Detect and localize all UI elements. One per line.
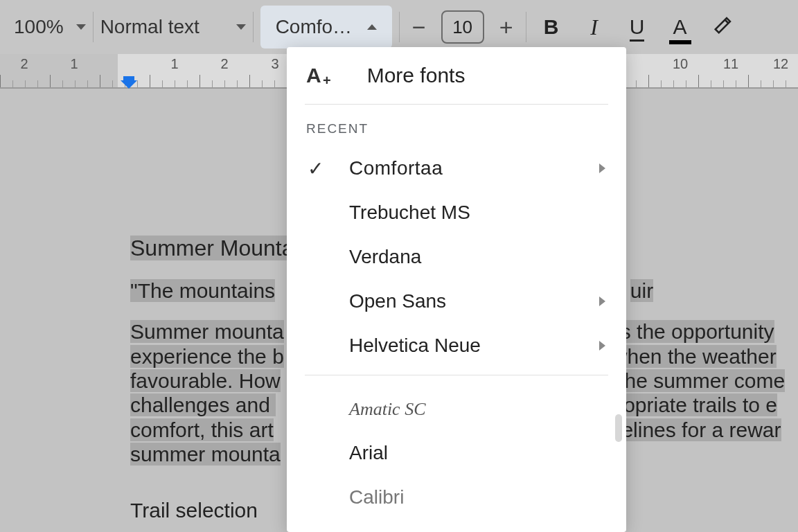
- font-option-amatic-sc[interactable]: Amatic SC: [287, 388, 626, 431]
- font-name-label: Open Sans: [349, 290, 446, 312]
- text-selection: Summer mounta: [130, 320, 284, 343]
- text-selection: summer mounta: [130, 443, 281, 466]
- italic-button[interactable]: I: [576, 15, 612, 40]
- ruler-number: 1: [70, 56, 78, 72]
- font-option-comfortaa[interactable]: ✓Comfortaa: [287, 146, 626, 190]
- font-selector[interactable]: Comfo…: [260, 6, 392, 48]
- text-selection: challenges and: [130, 393, 276, 416]
- font-name-label: Trebuchet MS: [349, 202, 470, 224]
- font-option-helvetica-neue[interactable]: Helvetica Neue: [287, 323, 626, 368]
- divider: [305, 375, 608, 375]
- chevron-right-icon: [599, 296, 605, 306]
- scrollbar-thumb[interactable]: [615, 414, 622, 442]
- text-selection: when the weather: [612, 345, 777, 368]
- add-font-icon: A+: [306, 64, 321, 87]
- decrease-font-size-button[interactable]: −: [407, 14, 432, 41]
- font-name-label: Amatic SC: [349, 399, 426, 420]
- recent-section-label: RECENT: [287, 105, 626, 146]
- text-selection: s the opportunity: [621, 320, 774, 343]
- text-selection: the summer come: [613, 369, 785, 392]
- font-name-label: Arial: [349, 442, 388, 464]
- ruler-number: 2: [220, 56, 228, 72]
- font-name-label: Calibri: [349, 486, 404, 508]
- chevron-right-icon: [599, 341, 605, 351]
- text-selection: uir: [630, 279, 653, 302]
- heading-text: Trail selection: [130, 499, 258, 522]
- left-indent-marker[interactable]: [121, 80, 137, 89]
- text-selection: ropriate trails to e: [617, 393, 777, 416]
- check-icon: ✓: [308, 157, 323, 180]
- bold-button[interactable]: B: [533, 15, 569, 39]
- underline-button[interactable]: U: [619, 15, 655, 39]
- font-option-open-sans[interactable]: Open Sans: [287, 279, 626, 323]
- font-size-input[interactable]: 10: [441, 10, 484, 44]
- font-option-calibri[interactable]: Calibri: [287, 475, 626, 520]
- more-fonts-label: More fonts: [367, 64, 466, 87]
- chevron-down-icon: [236, 24, 246, 30]
- ruler-number: 10: [673, 56, 688, 72]
- ruler-number: 1: [170, 56, 178, 72]
- text-selection: comfort, this art: [130, 418, 274, 441]
- toolbar: 100% Normal text Comfo… − 10 + B I U A: [0, 0, 798, 54]
- highlight-color-button[interactable]: [705, 15, 741, 40]
- ruler-number: 11: [723, 56, 738, 72]
- text-selection: delines for a rewar: [610, 418, 781, 441]
- text-selection: experience the b: [130, 345, 284, 368]
- text-selection: Summer Mounta: [130, 236, 294, 260]
- formatting-group: B I U A: [526, 0, 748, 54]
- font-option-verdana[interactable]: Verdana: [287, 235, 626, 279]
- font-name-label: Verdana: [349, 246, 421, 268]
- font-name-label: Helvetica Neue: [349, 335, 481, 357]
- increase-font-size-button[interactable]: +: [494, 14, 519, 41]
- style-value: Normal text: [100, 16, 200, 38]
- font-option-arial[interactable]: Arial: [287, 431, 626, 475]
- font-name-label: Comfortaa: [349, 157, 443, 179]
- chevron-up-icon: [367, 24, 377, 30]
- font-size-group: − 10 +: [400, 0, 526, 54]
- chevron-down-icon: [76, 24, 86, 30]
- font-selector-group: Comfo…: [254, 0, 399, 54]
- more-fonts-item[interactable]: A+ More fonts: [287, 47, 626, 104]
- font-value: Comfo…: [276, 16, 352, 38]
- font-option-trebuchet-ms[interactable]: Trebuchet MS: [287, 190, 626, 235]
- ruler-number: 3: [271, 56, 278, 72]
- ruler-number: 2: [20, 56, 28, 72]
- chevron-right-icon: [599, 163, 605, 173]
- zoom-selector[interactable]: 100%: [7, 0, 93, 54]
- zoom-value: 100%: [14, 16, 64, 38]
- text-selection: favourable. How: [130, 369, 281, 392]
- text-color-button[interactable]: A: [662, 15, 698, 39]
- paragraph-style-selector[interactable]: Normal text: [94, 0, 253, 54]
- text-selection: "The mountains: [130, 279, 275, 302]
- font-dropdown-menu: A+ More fonts RECENT ✓ComfortaaTrebuchet…: [287, 47, 626, 532]
- ruler-number: 12: [773, 56, 788, 72]
